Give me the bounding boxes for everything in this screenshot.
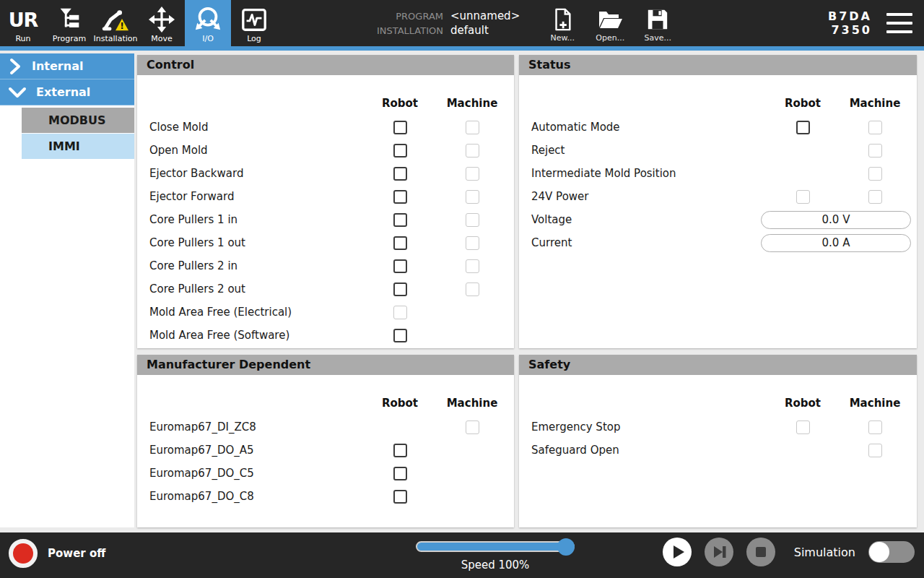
speed-slider[interactable] xyxy=(416,541,575,552)
row-label: Automatic Mode xyxy=(531,121,767,134)
table-row: Euromap67_DI_ZC8 xyxy=(137,415,514,439)
robot-column-header: Robot xyxy=(767,397,839,410)
program-label: PROGRAM xyxy=(364,11,443,22)
io-arrows-icon xyxy=(193,4,223,35)
row-label: 24V Power xyxy=(531,190,767,203)
column-header-row: RobotMachine xyxy=(519,375,917,415)
sidebar-item-label: Internal xyxy=(32,59,83,73)
chevron-down-icon xyxy=(8,85,27,100)
control-core-pullers-2-in-robot-checkbox[interactable] xyxy=(393,259,407,273)
manufacturer-euromap67-do-c5-robot-checkbox[interactable] xyxy=(393,467,407,480)
step-forward-icon xyxy=(705,538,733,566)
control-core-pullers-1-out-machine-checkbox xyxy=(466,236,479,250)
power-status-button[interactable]: Power off xyxy=(9,539,105,568)
simulation-label: Simulation xyxy=(794,545,855,559)
save-button[interactable]: Save... xyxy=(637,0,679,46)
machine-column-header: Machine xyxy=(436,97,508,110)
table-row: 24V Power xyxy=(519,185,917,208)
main-tab-bar: URRun Program !Installation Move I/O Log xyxy=(0,0,277,46)
control-core-pullers-2-out-machine-checkbox xyxy=(466,282,479,296)
row-label: Euromap67_DI_ZC8 xyxy=(149,420,364,434)
row-label: Reject xyxy=(531,144,767,157)
status-automatic-mode-machine-checkbox xyxy=(868,121,882,134)
control-core-pullers-1-out-robot-checkbox[interactable] xyxy=(393,236,407,250)
footer-bar: Power off Speed 100% xyxy=(0,532,924,578)
tab-log[interactable]: Log xyxy=(231,0,277,46)
sidebar-item-label: External xyxy=(36,85,90,99)
table-row: Emergency Stop xyxy=(519,415,917,439)
table-row: Reject xyxy=(519,139,917,162)
sidebar-item-immi[interactable]: IMMI xyxy=(22,134,134,159)
open-folder-icon xyxy=(597,7,623,32)
control-core-pullers-1-in-machine-checkbox xyxy=(466,213,479,227)
ur-logo-icon: UR xyxy=(9,4,38,35)
sidebar-item-external[interactable]: External xyxy=(0,79,134,105)
power-status-label: Power off xyxy=(48,547,105,560)
panel-control: ControlRobotMachineClose MoldOpen MoldEj… xyxy=(137,55,514,348)
row-label: Current xyxy=(531,236,761,249)
installation-label: INSTALLATION xyxy=(364,25,443,36)
tab-label: Move xyxy=(151,35,173,43)
tab-io[interactable]: I/O xyxy=(185,0,231,46)
tab-run[interactable]: URRun xyxy=(0,0,46,46)
tab-installation[interactable]: !Installation xyxy=(92,0,139,46)
table-row: Euromap67_DO_C5 xyxy=(137,462,514,485)
panel-body: RobotMachineClose MoldOpen MoldEjector B… xyxy=(137,75,514,348)
table-row: Ejector Forward xyxy=(137,185,514,208)
table-row: Core Pullers 2 in xyxy=(137,254,514,277)
tab-move[interactable]: Move xyxy=(139,0,185,46)
panel-title: Safety xyxy=(519,355,917,375)
robot-column-header: Robot xyxy=(767,97,839,110)
table-row: Core Pullers 1 out xyxy=(137,231,514,254)
tab-program[interactable]: Program xyxy=(46,0,92,46)
control-core-pullers-2-in-machine-checkbox xyxy=(466,259,479,273)
row-label: Voltage xyxy=(531,213,761,226)
speed-slider-thumb[interactable] xyxy=(557,538,575,556)
status-current-value: 0.0 A xyxy=(761,234,911,252)
table-row: Core Pullers 2 out xyxy=(137,277,514,301)
content-area: Internal ExternalMODBUSIMMI ControlRobot… xyxy=(0,51,924,532)
sidebar-item-internal[interactable]: Internal xyxy=(0,53,134,79)
new-file-icon xyxy=(552,7,573,32)
installation-name: default xyxy=(450,24,520,37)
control-ejector-forward-robot-checkbox[interactable] xyxy=(393,190,407,204)
row-label: Euromap67_DO_C5 xyxy=(149,467,364,480)
stop-button[interactable] xyxy=(746,538,775,566)
svg-text:!: ! xyxy=(120,21,124,31)
sidebar-item-label: IMMI xyxy=(48,139,80,153)
tab-label: Run xyxy=(15,35,30,43)
play-button[interactable] xyxy=(663,538,692,566)
simulation-toggle[interactable] xyxy=(868,541,915,563)
control-mold-area-free-software-robot-checkbox[interactable] xyxy=(393,329,407,342)
step-button[interactable] xyxy=(705,538,733,566)
log-monitor-icon xyxy=(240,4,269,35)
manufacturer-euromap67-do-a5-robot-checkbox[interactable] xyxy=(393,444,407,457)
file-actions: New... Open... Save... xyxy=(541,0,679,46)
status-24v-power-machine-checkbox xyxy=(868,190,882,204)
sidebar-item-modbus[interactable]: MODBUS xyxy=(22,108,134,133)
control-open-mold-robot-checkbox[interactable] xyxy=(393,144,407,158)
control-ejector-backward-robot-checkbox[interactable] xyxy=(393,167,407,181)
new-button[interactable]: New... xyxy=(541,0,583,46)
safety-emergency-stop-machine-checkbox xyxy=(868,420,882,434)
move-arrows-icon xyxy=(147,4,176,35)
control-close-mold-robot-checkbox[interactable] xyxy=(393,121,407,134)
stop-icon xyxy=(746,538,775,566)
speed-label: Speed 100% xyxy=(416,558,575,571)
simulation-toggle-knob xyxy=(869,542,889,562)
row-label: Safeguard Open xyxy=(531,444,767,457)
machine-column-header: Machine xyxy=(839,397,911,410)
tab-label: Program xyxy=(53,35,86,43)
table-row: Intermediate Mold Position xyxy=(519,162,917,185)
control-ejector-forward-machine-checkbox xyxy=(466,190,479,204)
control-close-mold-machine-checkbox xyxy=(466,121,479,134)
control-core-pullers-1-in-robot-checkbox[interactable] xyxy=(393,213,407,227)
status-automatic-mode-robot-checkbox[interactable] xyxy=(796,121,810,134)
table-row: Close Mold xyxy=(137,116,514,139)
manufacturer-euromap67-do-c8-robot-checkbox[interactable] xyxy=(393,490,407,504)
panel-title: Status xyxy=(519,55,917,75)
status-intermediate-mold-position-machine-checkbox xyxy=(868,167,882,181)
open-button[interactable]: Open... xyxy=(589,0,631,46)
control-core-pullers-2-out-robot-checkbox[interactable] xyxy=(393,282,407,296)
hamburger-menu-icon[interactable] xyxy=(886,13,912,33)
